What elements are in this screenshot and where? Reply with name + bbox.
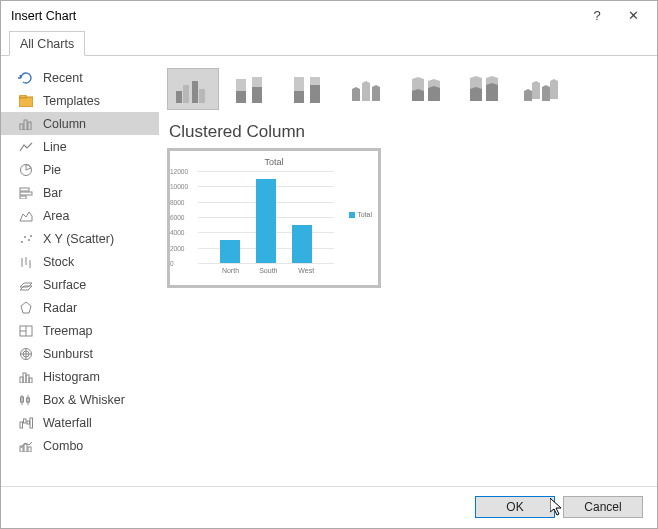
grid-line [198, 263, 334, 264]
svg-rect-4 [28, 122, 31, 130]
svg-rect-8 [20, 196, 26, 199]
sidebar-item-label: Recent [43, 71, 83, 85]
line-icon [17, 139, 35, 155]
sidebar-item-pie[interactable]: Pie [1, 158, 159, 181]
svg-rect-44 [236, 91, 246, 103]
sidebar-item-bar[interactable]: Bar [1, 181, 159, 204]
subtype-clustered-column[interactable] [167, 68, 219, 110]
sidebar-item-templates[interactable]: Templates [1, 89, 159, 112]
sidebar-item-area[interactable]: Area [1, 204, 159, 227]
sidebar-item-recent[interactable]: Recent [1, 66, 159, 89]
chart-bar [256, 179, 276, 263]
svg-point-10 [24, 236, 26, 238]
subtype-3d-column[interactable] [515, 68, 567, 110]
sidebar-item-label: Templates [43, 94, 100, 108]
y-tick-label: 10000 [170, 183, 194, 190]
tab-all-charts[interactable]: All Charts [9, 31, 85, 56]
sidebar-item-sunburst[interactable]: Sunburst [1, 342, 159, 365]
chart-plot-area [198, 171, 334, 263]
chart-preview[interactable]: Total Total 020004000600080001000012000N… [167, 148, 381, 288]
boxwhisker-icon [17, 392, 35, 408]
sidebar-item-label: Pie [43, 163, 61, 177]
sidebar-item-label: Radar [43, 301, 77, 315]
close-icon[interactable]: ✕ [615, 2, 651, 30]
sunburst-icon [17, 346, 35, 362]
sidebar-item-waterfall[interactable]: Waterfall [1, 411, 159, 434]
ok-button[interactable]: OK [475, 496, 555, 518]
sidebar-item-label: X Y (Scatter) [43, 232, 114, 246]
sidebar-item-label: Histogram [43, 370, 100, 384]
waterfall-icon [17, 415, 35, 431]
chart-type-sidebar: RecentTemplatesColumnLinePieBarAreaX Y (… [1, 56, 159, 486]
svg-rect-50 [310, 85, 320, 103]
chart-bar [292, 225, 312, 263]
radar-icon [17, 300, 35, 316]
subtype-3d-stacked-column[interactable] [399, 68, 451, 110]
recent-icon [17, 70, 35, 86]
templates-icon [17, 93, 35, 109]
svg-rect-27 [29, 378, 32, 383]
y-tick-label: 8000 [170, 198, 194, 205]
cancel-button[interactable]: Cancel [563, 496, 643, 518]
combo-icon [17, 438, 35, 454]
sidebar-item-label: Waterfall [43, 416, 92, 430]
svg-rect-34 [27, 421, 30, 424]
y-tick-label: 4000 [170, 229, 194, 236]
bar-icon [17, 185, 35, 201]
svg-rect-2 [20, 124, 23, 130]
sidebar-item-radar[interactable]: Radar [1, 296, 159, 319]
sidebar-item-treemap[interactable]: Treemap [1, 319, 159, 342]
sidebar-item-label: Column [43, 117, 86, 131]
preview-heading: Clustered Column [169, 122, 645, 142]
pie-icon [17, 162, 35, 178]
sidebar-item-stock[interactable]: Stock [1, 250, 159, 273]
sidebar-item-surface[interactable]: Surface [1, 273, 159, 296]
titlebar: Insert Chart ? ✕ [1, 1, 657, 31]
chart-bar [220, 240, 240, 263]
y-tick-label: 12000 [170, 168, 194, 175]
svg-rect-48 [294, 91, 304, 103]
help-icon[interactable]: ? [579, 2, 615, 30]
dialog-title: Insert Chart [11, 9, 579, 23]
svg-rect-7 [20, 192, 32, 195]
subtype-stacked-column[interactable] [225, 68, 277, 110]
svg-rect-38 [28, 447, 31, 452]
subtype-3d-100-stacked-column[interactable] [457, 68, 509, 110]
sidebar-item-histogram[interactable]: Histogram [1, 365, 159, 388]
sidebar-item-label: Area [43, 209, 69, 223]
chart-title: Total [170, 157, 378, 167]
sidebar-item-label: Box & Whisker [43, 393, 125, 407]
main-panel: Clustered Column Total Total 02000400060… [159, 56, 657, 486]
sidebar-item-label: Line [43, 140, 67, 154]
histogram-icon [17, 369, 35, 385]
svg-marker-16 [21, 302, 31, 313]
sidebar-item-combo[interactable]: Combo [1, 434, 159, 457]
sidebar-item-line[interactable]: Line [1, 135, 159, 158]
area-icon [17, 208, 35, 224]
svg-point-11 [28, 239, 30, 241]
subtype-3d-clustered-column[interactable] [341, 68, 393, 110]
svg-point-12 [30, 235, 32, 237]
y-tick-label: 6000 [170, 214, 194, 221]
x-tick-label: West [298, 267, 314, 279]
svg-rect-46 [252, 87, 262, 103]
sidebar-item-column[interactable]: Column [1, 112, 159, 135]
svg-rect-32 [20, 422, 23, 428]
svg-rect-35 [30, 418, 33, 428]
subtype-100-stacked-column[interactable] [283, 68, 335, 110]
surface-icon [17, 277, 35, 293]
x-tick-label: North [222, 267, 239, 279]
sidebar-item-label: Combo [43, 439, 83, 453]
subtype-row [167, 68, 645, 110]
chart-legend: Total [349, 211, 372, 218]
legend-swatch [349, 212, 355, 218]
sidebar-item-x-y-scatter-[interactable]: X Y (Scatter) [1, 227, 159, 250]
svg-point-9 [21, 241, 23, 243]
sidebar-item-label: Treemap [43, 324, 93, 338]
sidebar-item-box-whisker[interactable]: Box & Whisker [1, 388, 159, 411]
legend-label: Total [357, 211, 372, 218]
grid-line [198, 171, 334, 172]
svg-rect-37 [24, 444, 27, 452]
svg-rect-33 [24, 419, 27, 423]
svg-rect-1 [20, 95, 26, 98]
